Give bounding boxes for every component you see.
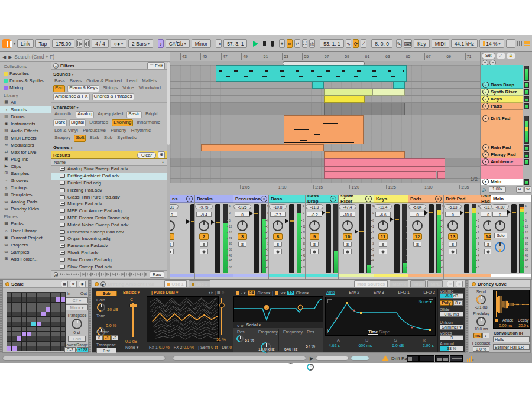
filter-tag-chords-phrases[interactable]: Chords & Phrases [92,93,134,100]
pan-knob[interactable] [495,220,505,231]
unison-voices-value[interactable]: 3 [440,335,463,340]
result-item[interactable]: Morgen Pad.adv [51,200,167,207]
scale-grid-cell[interactable] [61,327,65,331]
device-on-icon[interactable] [472,282,476,286]
result-item[interactable]: Dunkel Pad.adg [51,180,167,187]
result-item[interactable]: Fizzling Pad.adv [51,186,167,193]
arrangement-clip[interactable] [324,96,365,103]
solo-button[interactable]: Solo [494,233,507,238]
scale-grid-cell[interactable] [7,297,11,301]
result-item[interactable]: Glass Thin Pure Pad.adv [51,193,167,200]
tempo-field[interactable]: 175.00 [52,39,74,48]
env-slope-toggle[interactable]: Slope [379,330,390,334]
back-to-arrangement-icon[interactable]: ↵ [294,39,300,48]
loop-start-field[interactable]: 53. 1. 1 [320,39,343,48]
sidebar-item-plug-ins[interactable]: ▣Plug-Ins [0,155,51,163]
sidebar-item-packs[interactable]: ▩Packs [0,220,51,227]
mixer-track-title[interactable]: Drift Pad [444,195,479,203]
track-activator-button[interactable]: 8 [273,233,283,240]
scale-grid-cell[interactable] [61,336,65,340]
fold-icon[interactable]: ▸ [482,151,489,158]
fader-handle[interactable] [322,210,325,215]
arrangement-clip[interactable] [324,171,436,179]
fold-icon[interactable]: ▾ [330,196,336,202]
scale-grid-cell[interactable] [27,297,31,301]
sidebar-item-midi-effects[interactable]: ▨MIDI Effects [0,134,51,141]
add-filter-icon[interactable]: ⊕ [158,151,165,158]
env-tab-lfo-1[interactable]: LFO 1 [398,290,409,295]
arrangement-clip[interactable] [216,65,407,82]
filter2-circuit-dropdown[interactable]: Clean▾ [296,291,309,296]
env-tab-env-3[interactable]: Env 3 [374,290,384,295]
scale-grid-cell[interactable] [37,332,41,336]
arm-button[interactable] [449,249,457,254]
scale-grid-cell[interactable] [31,307,35,312]
pan-knob[interactable] [378,220,388,231]
scale-grid-cell[interactable] [37,312,41,316]
scale-grid-cell[interactable] [27,322,31,326]
device-zoom-selection[interactable] [351,356,369,361]
filter-tag-snappy[interactable]: Snappy [53,135,72,141]
volume-fader[interactable] [429,204,434,273]
playback-speed-field[interactable]: 1.00x [489,186,506,193]
scale-grid-cell[interactable] [27,332,31,336]
set-locator-button[interactable]: Set [482,53,495,59]
sub-gain-knob[interactable] [97,303,105,312]
scale-grid-cell[interactable] [41,322,46,326]
arm-button[interactable] [274,249,282,254]
scale-grid-cell[interactable] [46,322,50,326]
lock-envelopes-icon[interactable]: 🔒 [507,53,515,59]
scale-grid-cell[interactable] [51,322,55,326]
env-mod-target-dropdown[interactable]: None ▾ [419,300,432,304]
track-activator-button[interactable]: 1 [170,233,174,240]
mixer-strip-rain-pad[interactable]: Rain Pad-13.1014S6061218243036424860 [479,195,491,279]
result-item[interactable]: Panorama Pad.adv [51,242,167,249]
predelay-value[interactable]: 10.0 ms [471,327,492,331]
scale-grid-cell[interactable] [51,297,55,301]
track-header-ambience[interactable]: ▾Ambience [481,158,523,166]
env-release-value[interactable]: 2.90 s [423,343,434,348]
scale-grid-cell[interactable] [41,307,46,312]
arrangement-clip[interactable] [324,89,372,96]
device-zoom-box[interactable] [316,356,349,361]
filter-tag-dark[interactable]: Dark [53,119,67,126]
draw-mode-icon[interactable]: ✎ [396,39,402,48]
scale-grid-cell[interactable] [37,297,41,301]
mixer-track-title[interactable]: Synth Riser▾ [339,195,374,203]
draw-automation-icon[interactable]: ⟋ [497,53,505,59]
scale-grid-cell[interactable] [22,322,26,326]
follow-button[interactable]: ⇥ [216,39,222,48]
volume-value[interactable]: -6.6 [375,212,391,217]
filter-tag-distorted[interactable]: Distorted [88,119,109,125]
new-midi-icon[interactable]: + [279,39,285,48]
scale-grid[interactable] [7,292,66,351]
browser-search-bar[interactable]: ◀ ▶ Search (Cmd + F) [0,52,170,62]
peak-level-display[interactable]: -10.8 [269,204,287,209]
filter-tag-punchy[interactable]: Punchy [109,128,128,134]
arrangement-clip[interactable] [437,171,445,179]
save-preset-icon[interactable]: ◉ [79,281,86,287]
volume-value[interactable]: 0 [445,212,460,217]
fader-handle[interactable] [285,219,288,223]
scale-grid-cell[interactable] [31,317,35,321]
track-header-bass-drop[interactable]: ▸Bass Drop [481,82,523,89]
mixer-track-title[interactable]: Rain Pad [479,195,491,203]
predelay-knob[interactable] [476,317,486,326]
scale-grid-cell[interactable] [7,293,11,297]
ir-category-dropdown[interactable]: Halls [493,336,530,342]
scale-grid-cell[interactable] [41,293,46,297]
mixer-strip-percussion[interactable]: Percussion≡-9.2603S6061218243036424860 [233,195,269,279]
scale-grid-cell[interactable] [56,336,60,340]
filter-tag-mallets[interactable]: Mallets [141,78,158,84]
scale-name-dropdown[interactable]: Minor ▾ [66,304,88,310]
filter1-on-icon[interactable] [236,291,239,295]
mixer-strip-breaks[interactable]: Breaks-9.75-9.42S6061218243036424860 [195,195,233,279]
computer-midi-keyboard-icon[interactable]: ⌨ [404,39,412,48]
scale-grid-cell[interactable] [12,312,16,316]
solo-button[interactable]: S [238,242,246,247]
volume-fader[interactable] [215,204,220,273]
scale-grid-cell[interactable] [41,317,46,321]
scale-grid-cell[interactable] [51,303,55,307]
arm-button[interactable] [343,249,352,254]
filter-tag-voice[interactable]: Voice [121,85,135,91]
